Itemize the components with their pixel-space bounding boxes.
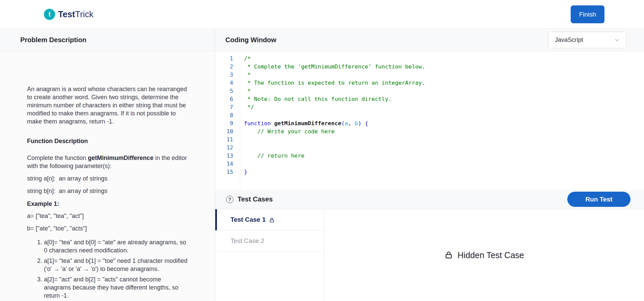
code-line: *	[244, 71, 644, 79]
code-line: }	[244, 168, 644, 176]
brand-name-bold: Test	[58, 9, 75, 19]
test-cases-title: Test Cases	[238, 195, 273, 203]
complete-prefix: Complete the function	[27, 155, 88, 161]
code-line: function getMinimumDifference(a, b) {	[244, 119, 644, 128]
test-case-tab[interactable]: Test Case 1	[215, 209, 324, 230]
run-test-button[interactable]: Run Test	[567, 192, 630, 207]
line-numbers: 123456789101112131415	[215, 55, 240, 190]
coding-panel: Coding Window JavaScript 123456789101112…	[215, 29, 644, 301]
hidden-test-case-label: Hidden Test Case	[457, 250, 524, 260]
example-input-b: b= ["ate", "toe", "acts"]	[27, 224, 189, 232]
example-explanation-item: a[0]= "tea" and b[0] = "ate" are already…	[44, 238, 189, 254]
coding-window-title: Coding Window	[225, 36, 276, 44]
test-cases-title-group: ? Test Cases	[226, 195, 273, 203]
code-line	[244, 136, 644, 144]
param-line: string b[n]: an array of strings	[27, 187, 189, 195]
lock-icon	[269, 217, 275, 223]
line-number: 5	[215, 87, 233, 95]
help-icon[interactable]: ?	[226, 196, 233, 203]
app: t TestTrick Finish Problem Description A…	[0, 0, 644, 301]
line-number: 9	[215, 119, 233, 128]
line-number: 14	[215, 160, 233, 168]
code-lines: /* * Complete the 'getMinimumDifference'…	[240, 55, 644, 190]
test-cases-body: Test Case 1Test Case 2 Hidden Test Case	[215, 209, 644, 301]
code-line	[244, 160, 644, 168]
test-cases-header: ? Test Cases Run Test	[215, 190, 644, 209]
line-number: 6	[215, 95, 233, 103]
param-line: string a[n]: an array of strings	[27, 174, 189, 183]
line-number: 11	[215, 136, 233, 144]
brand-name-light: Trick	[75, 9, 93, 19]
problem-panel: Problem Description An anagram is a word…	[0, 29, 215, 301]
main-split: Problem Description An anagram is a word…	[0, 29, 644, 301]
complete-function-line: Complete the function getMinimumDifferen…	[27, 154, 189, 170]
test-case-tab-label: Test Case 2	[230, 237, 264, 245]
line-number: 7	[215, 103, 233, 111]
code-line: * Note: Do not call this function direct…	[244, 95, 644, 103]
problem-body: An anagram is a word whose characters ca…	[0, 51, 215, 301]
line-number: 15	[215, 168, 233, 176]
example-explanation-item: a[2]= "act" and b[2] = "acts" cannot bec…	[44, 275, 189, 300]
code-line	[244, 111, 644, 119]
brand-icon-letter: t	[48, 10, 51, 18]
function-description-heading: Function Description	[27, 137, 189, 145]
test-case-tab-label: Test Case 1	[230, 216, 266, 223]
line-number: 13	[215, 152, 233, 160]
line-number: 12	[215, 144, 233, 152]
code-line: /*	[244, 55, 644, 63]
problem-intro: An anagram is a word whose characters ca…	[27, 85, 189, 126]
code-editor[interactable]: 123456789101112131415 /* * Complete the …	[215, 51, 644, 190]
example-heading: Example 1:	[27, 200, 189, 208]
line-number: 2	[215, 63, 233, 71]
line-number: 10	[215, 128, 233, 136]
line-number: 3	[215, 71, 233, 79]
chevron-down-icon	[614, 37, 620, 43]
brand-name: TestTrick	[58, 9, 94, 19]
test-case-content: Hidden Test Case	[324, 209, 644, 301]
top-bar: t TestTrick Finish	[0, 0, 644, 29]
hidden-test-case: Hidden Test Case	[444, 250, 524, 260]
finish-button[interactable]: Finish	[571, 5, 604, 23]
code-line: // Write your code here	[244, 128, 644, 136]
language-select-value: JavaScript	[555, 36, 583, 44]
brand-logo[interactable]: t TestTrick	[44, 9, 94, 20]
example-explanation-list: a[0]= "tea" and b[0] = "ate" are already…	[27, 238, 189, 300]
code-line: * The function is expected to return an …	[244, 79, 644, 87]
code-line	[244, 144, 644, 152]
language-select[interactable]: JavaScript	[548, 32, 626, 48]
example-input-a: a= ["tea", "tea", "act"]	[27, 212, 189, 220]
code-line: *	[244, 87, 644, 95]
line-number: 4	[215, 79, 233, 87]
line-number: 1	[215, 55, 233, 63]
lock-icon	[444, 251, 453, 259]
problem-title: Problem Description	[20, 36, 86, 44]
test-case-list: Test Case 1Test Case 2	[215, 209, 324, 301]
example-explanation-item: a[1]= "tea" and b[1] = "toe" need 1 char…	[44, 257, 189, 273]
code-line: * Complete the 'getMinimumDifference' fu…	[244, 63, 644, 71]
brand-icon: t	[44, 9, 55, 20]
function-name: getMinimumDifference	[88, 155, 153, 161]
coding-window-header: Coding Window JavaScript	[215, 29, 644, 51]
test-case-tab[interactable]: Test Case 2	[215, 230, 324, 252]
code-line: */	[244, 103, 644, 111]
problem-panel-header: Problem Description	[0, 29, 215, 51]
code-line: // return here	[244, 152, 644, 160]
line-number: 8	[215, 111, 233, 119]
